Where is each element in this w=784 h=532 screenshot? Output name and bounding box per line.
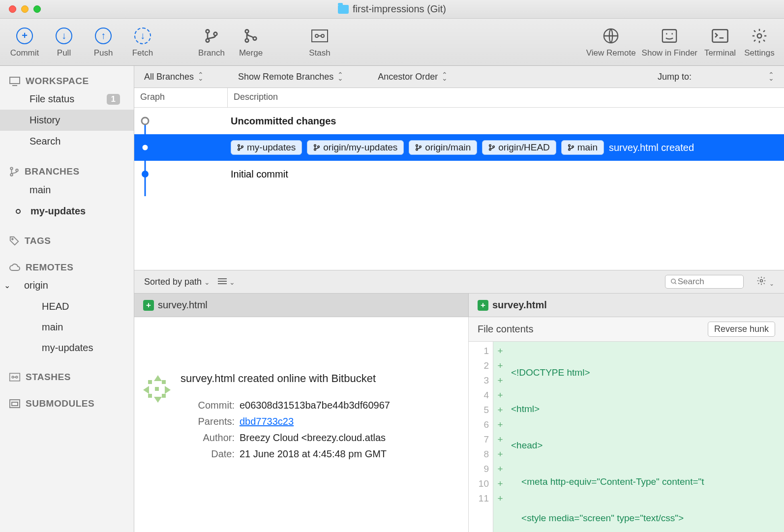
options-gear-button[interactable]: ⌄	[756, 276, 774, 288]
branch-glyph-icon	[313, 144, 320, 151]
view-remote-button[interactable]: View Remote	[586, 27, 636, 58]
branches-header: BRANCHES	[0, 164, 134, 179]
file-contents-header: File contents Reverse hunk	[469, 317, 784, 342]
jump-to-filter[interactable]: Jump to: ⌃⌄	[658, 72, 774, 82]
sidebar-remote-my-updates[interactable]: my-updates	[0, 337, 134, 358]
sidebar-branch-my-updates[interactable]: my-updates	[0, 201, 134, 222]
arrow-down-circle-icon: ↓	[56, 28, 72, 44]
svg-point-2	[214, 32, 217, 35]
commit-detail-pane: survey.html created online with Bitbucke…	[134, 317, 469, 532]
chevron-updown-icon: ⌃⌄	[442, 73, 448, 80]
branch-tag[interactable]: origin/main	[409, 140, 477, 155]
branch-tag[interactable]: origin/my-updates	[307, 140, 404, 155]
sidebar: WORKSPACE File status 1 History Search B…	[0, 66, 134, 532]
ancestor-order-filter[interactable]: Ancestor Order ⌃⌄	[378, 72, 448, 82]
svg-point-50	[671, 279, 675, 283]
chevron-down-icon: ⌄	[4, 281, 10, 290]
svg-rect-16	[10, 77, 20, 84]
gear-icon	[756, 276, 766, 286]
settings-button[interactable]: Settings	[743, 27, 776, 58]
search-input-wrapper[interactable]	[665, 275, 744, 289]
value-date: 21 June 2018 at 4:45:48 pm GMT	[240, 448, 459, 460]
close-icon[interactable]	[9, 5, 16, 13]
sort-order-button[interactable]: Sorted by path ⌄	[144, 277, 210, 287]
folder-icon	[338, 5, 349, 14]
reverse-hunk-button[interactable]: Reverse hunk	[708, 322, 775, 337]
commit-row-selected[interactable]: my-updates origin/my-updates origin/main…	[134, 134, 784, 161]
globe-icon	[602, 27, 620, 45]
cloud-icon	[9, 263, 21, 272]
branch-glyph-icon	[488, 144, 495, 151]
merge-icon	[241, 27, 260, 45]
terminal-icon	[711, 27, 729, 45]
svg-line-51	[675, 283, 676, 284]
branch-tag[interactable]: my-updates	[231, 140, 302, 155]
svg-point-46	[572, 146, 574, 148]
svg-point-43	[493, 146, 495, 148]
branch-button[interactable]: Branch	[195, 27, 228, 58]
chevron-down-icon: ⌄	[229, 278, 235, 286]
avatar	[143, 375, 171, 403]
label-commit: Commit:	[181, 400, 240, 411]
list-view-button[interactable]: ⌄	[218, 277, 235, 287]
sidebar-item-search[interactable]: Search	[0, 131, 134, 152]
label-parents: Parents:	[181, 416, 240, 427]
monitor-icon	[9, 76, 21, 86]
parent-link[interactable]: dbd7733c23	[240, 416, 294, 427]
sidebar-branch-main[interactable]: main	[0, 179, 134, 201]
titlebar: first-impressions (Git)	[0, 0, 784, 19]
zoom-icon[interactable]	[33, 5, 41, 13]
title-text: first-impressions (Git)	[353, 3, 446, 15]
svg-point-40	[420, 146, 422, 148]
pull-button[interactable]: ↓ Pull	[47, 27, 81, 58]
branch-tag[interactable]: main	[561, 140, 604, 155]
filter-bar: All Branches ⌃⌄ Show Remote Branches ⌃⌄ …	[134, 66, 784, 88]
label-author: Author:	[181, 432, 240, 443]
plus-circle-icon: +	[16, 28, 33, 44]
svg-point-4	[245, 39, 249, 42]
description-col-header[interactable]: Description	[228, 88, 784, 107]
diff-code-area[interactable]: 1 2 3 4 5 6 7 8 9 10 11 +++++++++++	[469, 342, 784, 532]
commit-button[interactable]: + Commit	[8, 27, 41, 58]
sidebar-remote-origin[interactable]: ⌄ origin	[0, 275, 134, 296]
chevron-updown-icon: ⌃⌄	[337, 73, 343, 80]
sidebar-remote-head[interactable]: HEAD	[0, 296, 134, 317]
value-commit-hash: e06308d31513ba7be44b3df60967	[240, 400, 459, 411]
main-toolbar: + Commit ↓ Pull ↑ Push ↓ Fetch Branch Me…	[0, 19, 784, 66]
sidebar-remote-main[interactable]: main	[0, 317, 134, 337]
show-remote-filter[interactable]: Show Remote Branches ⌃⌄	[238, 72, 343, 82]
arrow-down-dashed-icon: ↓	[134, 28, 151, 44]
file-tab-row: + survey.html + survey.html	[134, 294, 784, 317]
fetch-button[interactable]: ↓ Fetch	[126, 27, 159, 58]
branch-icon	[9, 166, 20, 177]
show-in-finder-button[interactable]: Show in Finder	[642, 27, 697, 58]
merge-button[interactable]: Merge	[234, 27, 268, 58]
file-tab-right[interactable]: + survey.html	[469, 294, 556, 317]
branch-glyph-icon	[237, 144, 244, 151]
branch-tag[interactable]: origin/HEAD	[482, 140, 556, 155]
svg-point-0	[206, 30, 210, 33]
file-tab-left[interactable]: + survey.html	[134, 294, 469, 317]
svg-point-23	[12, 376, 14, 378]
main-area: All Branches ⌃⌄ Show Remote Branches ⌃⌄ …	[134, 66, 784, 532]
push-button[interactable]: ↑ Push	[87, 27, 120, 58]
svg-point-32	[238, 145, 240, 147]
svg-point-21	[12, 238, 13, 240]
sidebar-item-history[interactable]: History	[0, 110, 134, 131]
window-title: first-impressions (Git)	[338, 3, 446, 15]
terminal-button[interactable]: Terminal	[703, 27, 737, 58]
uncommitted-changes-row[interactable]: Uncommitted changes	[134, 108, 784, 134]
value-author: Breezy Cloud <breezy.cloud.atlas	[240, 432, 459, 443]
stash-button[interactable]: Stash	[303, 27, 336, 58]
commit-row[interactable]: Initial commit	[134, 161, 784, 187]
minimize-icon[interactable]	[21, 5, 29, 13]
chevron-down-icon: ⌄	[204, 278, 210, 286]
all-branches-filter[interactable]: All Branches ⌃⌄	[144, 72, 204, 82]
search-icon	[670, 278, 677, 286]
stash-icon	[9, 373, 21, 382]
search-input[interactable]	[678, 277, 739, 287]
svg-point-52	[760, 279, 763, 282]
graph-col-header[interactable]: Graph	[134, 88, 228, 107]
sidebar-item-file-status[interactable]: File status 1	[0, 89, 134, 110]
tag-icon	[9, 236, 20, 246]
